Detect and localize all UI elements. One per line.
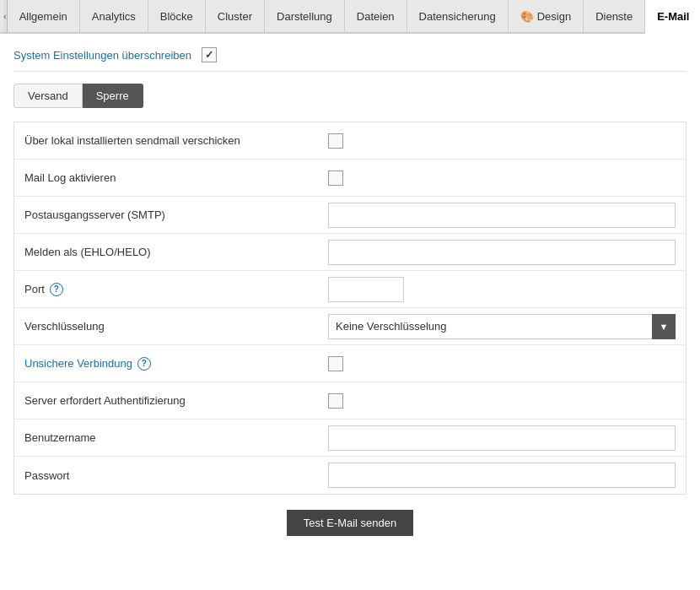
test-email-button[interactable]: Test E-Mail senden	[287, 510, 414, 536]
sub-tab-versand[interactable]: Versand	[13, 84, 83, 108]
label-auth: Server erfordert Authentifizierung	[24, 394, 328, 407]
form-row-sendmail: Über lokal installierten sendmail versch…	[14, 122, 686, 160]
label-port: Port ?	[24, 283, 328, 296]
checkbox-sendmail[interactable]	[328, 133, 343, 149]
system-override-label: System Einstellungen überschreiben	[13, 49, 191, 62]
design-icon: 🎨	[520, 10, 534, 23]
label-unsecure: Unsichere Verbindung ?	[24, 357, 328, 371]
input-smtp[interactable]	[328, 203, 676, 228]
button-row: Test E-Mail senden	[13, 495, 687, 551]
main-content: System Einstellungen überschreiben Versa…	[0, 34, 700, 565]
port-help-icon[interactable]: ?	[50, 283, 63, 296]
form-row-port: Port ?	[14, 271, 686, 308]
system-override-row: System Einstellungen überschreiben	[13, 47, 687, 72]
form-row-unsecure: Unsichere Verbindung ?	[14, 345, 686, 382]
form-row-maillog: Mail Log aktivieren	[14, 160, 686, 197]
tab-darstellung[interactable]: Darstellung	[265, 0, 345, 32]
control-encryption: Keine Verschlüsselung SSL TLS STARTTLS	[328, 314, 676, 339]
label-password: Passwort	[24, 469, 328, 482]
tab-bar: ‹ Allgemein Analytics Blöcke Cluster Dar…	[0, 0, 700, 34]
form-row-smtp: Postausgangsserver (SMTP)	[14, 197, 686, 234]
form-row-password: Passwort	[14, 457, 686, 494]
label-sendmail: Über lokal installierten sendmail versch…	[24, 134, 328, 147]
form-section: Über lokal installierten sendmail versch…	[13, 122, 687, 495]
form-row-auth: Server erfordert Authentifizierung	[14, 382, 686, 419]
control-port	[328, 277, 676, 302]
tab-design[interactable]: 🎨 Design	[509, 0, 584, 32]
select-encryption[interactable]: Keine Verschlüsselung SSL TLS STARTTLS	[328, 314, 676, 339]
label-ehlo: Melden als (EHLO/HELO)	[24, 246, 328, 258]
label-smtp: Postausgangsserver (SMTP)	[24, 208, 328, 221]
checkbox-unsecure[interactable]	[328, 356, 343, 371]
label-encryption: Verschlüsselung	[24, 320, 328, 333]
input-username[interactable]	[328, 425, 676, 451]
control-smtp	[328, 203, 676, 228]
tab-analytics[interactable]: Analytics	[80, 0, 148, 32]
tab-dateien[interactable]: Dateien	[345, 0, 407, 32]
tab-datensicherung[interactable]: Datensicherung	[407, 0, 509, 32]
tab-cluster[interactable]: Cluster	[206, 0, 265, 32]
form-row-ehlo: Melden als (EHLO/HELO)	[14, 234, 686, 271]
form-row-encryption: Verschlüsselung Keine Verschlüsselung SS…	[14, 308, 686, 345]
control-ehlo	[328, 240, 676, 265]
sub-tab-sperre[interactable]: Sperre	[83, 84, 143, 108]
checkbox-maillog[interactable]	[328, 171, 343, 186]
input-ehlo[interactable]	[328, 240, 676, 265]
checkbox-auth[interactable]	[328, 393, 343, 409]
control-auth	[328, 393, 676, 409]
label-username: Benutzername	[24, 431, 328, 444]
input-port[interactable]	[328, 277, 404, 302]
tab-email[interactable]: E-Mail	[645, 0, 700, 34]
control-username	[328, 425, 676, 451]
control-maillog	[328, 171, 676, 186]
label-maillog: Mail Log aktivieren	[24, 171, 328, 184]
control-sendmail	[328, 133, 676, 149]
form-row-username: Benutzername	[14, 419, 686, 457]
sub-tabs: Versand Sperre	[13, 84, 687, 108]
tab-blocke[interactable]: Blöcke	[148, 0, 206, 32]
tab-dienste[interactable]: Dienste	[584, 0, 645, 32]
system-override-checkbox[interactable]	[202, 47, 217, 62]
tab-allgemein[interactable]: Allgemein	[8, 0, 80, 32]
control-password	[328, 463, 676, 488]
select-encryption-wrapper: Keine Verschlüsselung SSL TLS STARTTLS	[328, 314, 676, 339]
control-unsecure	[328, 356, 676, 371]
input-password[interactable]	[328, 463, 676, 488]
unsecure-help-icon[interactable]: ?	[137, 357, 151, 371]
